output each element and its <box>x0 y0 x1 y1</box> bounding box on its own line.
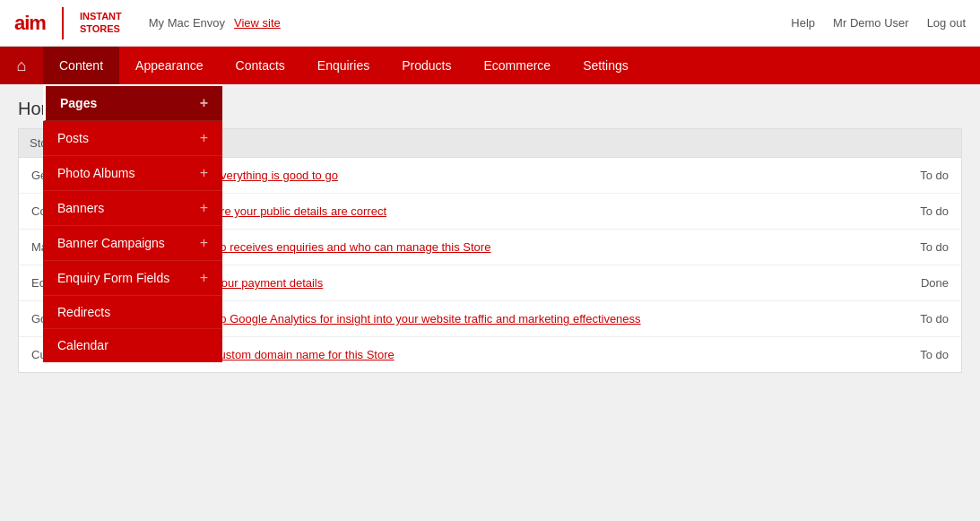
nav-bar: ⌂ Content Appearance Contacts Enquiries … <box>0 47 980 84</box>
home-nav-button[interactable]: ⌂ <box>0 47 43 84</box>
nav-products-label: Products <box>402 58 451 73</box>
nav-enquiries-label: Enquiries <box>317 58 369 73</box>
dropdown-item-calendar[interactable]: Calendar <box>43 329 222 362</box>
logout-link[interactable]: Log out <box>927 16 966 30</box>
dropdown-banners-label: Banners <box>57 201 104 215</box>
dropdown-item-posts[interactable]: Posts + <box>43 121 222 156</box>
status-cell: To do <box>889 337 961 373</box>
dropdown-item-pages[interactable]: Pages + <box>43 86 222 121</box>
description-cell: ke sure your public details are correct <box>180 194 889 230</box>
nav-settings-label: Settings <box>583 58 629 73</box>
logo-area: aim INSTANT STORES <box>14 7 122 39</box>
status-cell: To do <box>889 194 961 230</box>
dropdown-item-enquiry-form-fields[interactable]: Enquiry Form Fields + <box>43 261 222 296</box>
nav-item-contacts[interactable]: Contacts <box>220 47 301 84</box>
top-bar-right: Help Mr Demo User Log out <box>791 16 966 30</box>
dropdown-item-photo-albums[interactable]: Photo Albums + <box>43 156 222 191</box>
user-link[interactable]: Mr Demo User <box>833 16 909 30</box>
site-name: My Mac Envoy <box>149 16 225 30</box>
description-link[interactable]: Set custom domain name for this Store <box>193 348 395 361</box>
nav-appearance-label: Appearance <box>135 58 204 73</box>
nav-item-content[interactable]: Content <box>43 47 119 84</box>
dropdown-enquiry-form-fields-label: Enquiry Form Fields <box>57 271 169 285</box>
help-link[interactable]: Help <box>791 16 815 30</box>
enquiry-form-fields-plus-icon: + <box>200 270 208 286</box>
nav-content-label: Content <box>59 58 103 73</box>
nav-item-settings[interactable]: Settings <box>567 47 645 84</box>
description-link[interactable]: Set up Google Analytics for insight into… <box>193 312 641 326</box>
logo-divider <box>62 7 64 39</box>
dropdown-pages-label: Pages <box>60 96 97 110</box>
nav-ecommerce-label: Ecommerce <box>483 58 551 73</box>
nav-item-appearance[interactable]: Appearance <box>119 47 220 84</box>
posts-plus-icon: + <box>200 130 208 146</box>
status-cell: Done <box>889 265 961 301</box>
dropdown-posts-label: Posts <box>57 131 89 145</box>
description-link[interactable]: ct who receives enquiries and who can ma… <box>193 240 490 254</box>
dropdown-item-banner-campaigns[interactable]: Banner Campaigns + <box>43 226 222 261</box>
nav-item-products[interactable]: Products <box>386 47 467 84</box>
banner-campaigns-plus-icon: + <box>200 235 208 251</box>
nav-item-enquiries[interactable]: Enquiries <box>301 47 386 84</box>
dropdown-redirects-label: Redirects <box>57 305 110 319</box>
logo-instant-stores: INSTANT STORES <box>80 11 122 34</box>
top-bar: aim INSTANT STORES My Mac Envoy View sit… <box>0 0 980 47</box>
nav-item-ecommerce[interactable]: Ecommerce <box>467 47 567 84</box>
dropdown-item-banners[interactable]: Banners + <box>43 191 222 226</box>
nav-contacts-label: Contacts <box>236 58 285 73</box>
logo-aim: aim <box>14 12 46 35</box>
photo-albums-plus-icon: + <box>200 165 208 181</box>
description-cell: Set up Google Analytics for insight into… <box>180 301 889 337</box>
pages-plus-icon: + <box>200 95 208 111</box>
description-cell: t up your payment details <box>180 265 889 301</box>
status-cell: To do <box>889 301 961 337</box>
dropdown-photo-albums-label: Photo Albums <box>57 166 134 180</box>
content-dropdown: Pages + Posts + Photo Albums + Banners +… <box>43 84 222 362</box>
view-site-link[interactable]: View site <box>234 16 281 30</box>
banners-plus-icon: + <box>200 200 208 216</box>
description-cell: ct who receives enquiries and who can ma… <box>180 230 889 265</box>
dropdown-item-redirects[interactable]: Redirects <box>43 296 222 329</box>
description-cell: Set custom domain name for this Store <box>180 337 889 373</box>
dropdown-calendar-label: Calendar <box>57 338 108 352</box>
status-cell: To do <box>889 230 961 265</box>
dropdown-banner-campaigns-label: Banner Campaigns <box>57 236 165 250</box>
status-cell: To do <box>889 158 961 194</box>
description-cell: eck everything is good to go <box>180 158 889 194</box>
home-icon: ⌂ <box>17 56 27 75</box>
